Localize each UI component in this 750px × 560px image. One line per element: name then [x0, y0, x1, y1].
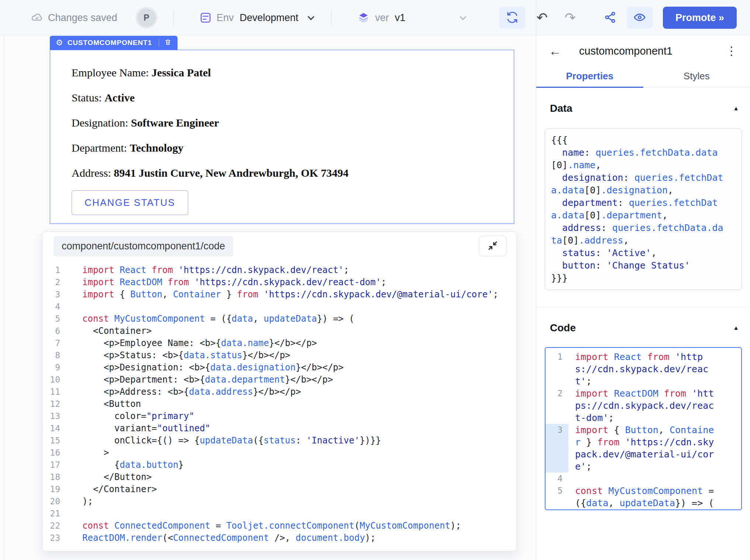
inspector-tabs: Properties Styles — [536, 65, 750, 88]
eye-icon — [633, 11, 646, 25]
data-section-title: Data — [550, 103, 572, 114]
data-fx-editor[interactable]: {{{ name: queries.fetchData.data[0].name… — [545, 128, 742, 290]
custom-component[interactable]: Employee Name: Jessica PatelStatus: Acti… — [50, 50, 514, 224]
code-line[interactable]: 5const MyCustomComponent = ({data, updat… — [546, 485, 741, 509]
code-line[interactable]: 17 {data.button} — [42, 459, 516, 471]
env-label: Env — [217, 12, 234, 24]
chevron-down-icon[interactable] — [460, 13, 467, 20]
employee-fields: Employee Name: Jessica PatelStatus: Acti… — [72, 66, 514, 179]
code-line[interactable]: 19 </Container> — [42, 483, 516, 495]
inspector-code-editor[interactable]: 1import React from 'https://cdn.skypack.… — [545, 347, 742, 510]
version-layers-icon — [357, 11, 370, 24]
share-button[interactable] — [604, 11, 616, 25]
line-number: 8 — [42, 349, 64, 362]
code-line[interactable]: 4 — [42, 301, 516, 313]
line-number: 10 — [42, 374, 64, 386]
code-line[interactable]: 3import { Button, Container } from 'http… — [546, 424, 741, 473]
line-number: 21 — [42, 508, 64, 520]
code-line[interactable]: 1import React from 'https://cdn.skypack.… — [546, 351, 741, 387]
code-line[interactable]: 15 onClick={() => {updateData({status: '… — [42, 435, 516, 447]
gear-icon[interactable]: ⚙ — [56, 39, 63, 47]
line-number: 16 — [42, 447, 64, 459]
widget-tag[interactable]: ⚙ CUSTOMCOMPONENT1 — [50, 36, 178, 50]
environment-icon — [200, 12, 211, 24]
chevron-down-icon[interactable] — [308, 13, 314, 20]
changes-saved-label: Changes saved — [48, 12, 117, 24]
code-line[interactable]: 11 <p>Address: <b>{data.address}</b></p> — [42, 386, 516, 398]
code-line[interactable]: 12 <Button — [42, 398, 516, 410]
collapse-triangle-icon[interactable]: ▲ — [733, 105, 739, 112]
employee-field-row: Department: Technology — [72, 142, 514, 154]
tab-styles[interactable]: Styles — [643, 65, 750, 87]
employee-field-row: Employee Name: Jessica Patel — [72, 66, 514, 79]
trash-icon[interactable] — [164, 38, 172, 47]
code-line[interactable]: 4 — [546, 473, 741, 485]
section-divider — [536, 307, 750, 307]
code-section-header[interactable]: Code ▲ — [545, 322, 742, 334]
code-line[interactable]: 23ReactDOM.render(<ConnectedComponent />… — [42, 532, 516, 544]
line-number: 2 — [42, 276, 64, 288]
ver-value[interactable]: v1 — [395, 12, 406, 24]
code-line[interactable]: 9 <p>Designation: <b>{data.designation}<… — [42, 362, 516, 374]
tab-properties[interactable]: Properties — [536, 65, 643, 87]
collapse-icon — [487, 240, 498, 252]
change-status-button[interactable]: CHANGE STATUS — [72, 190, 188, 215]
undo-button[interactable]: ↶ — [537, 11, 548, 24]
redo-button[interactable]: ↷ — [565, 11, 576, 24]
line-number: 18 — [42, 471, 64, 483]
line-number: 17 — [42, 459, 64, 471]
inspector-content: Data ▲ {{{ name: queries.fetchData.data[… — [536, 103, 750, 510]
preview-button[interactable] — [627, 7, 653, 29]
code-section-title: Code — [550, 322, 576, 334]
code-line[interactable]: 18 </Button> — [42, 471, 516, 483]
divider — [173, 10, 174, 25]
code-line[interactable]: 22const ConnectedComponent = Tooljet.con… — [42, 520, 516, 532]
line-number: 5 — [42, 313, 64, 325]
line-number: 14 — [42, 422, 64, 435]
code-line[interactable]: 6 <Container> — [42, 325, 516, 337]
employee-field-row: Address: 8941 Justin Curve, New Andrewbu… — [72, 167, 514, 179]
divider — [331, 10, 331, 25]
line-number: 6 — [42, 325, 64, 337]
refresh-button[interactable] — [499, 7, 525, 29]
code-line[interactable]: 3import { Button, Container } from 'http… — [42, 288, 516, 301]
line-number: 11 — [42, 386, 64, 398]
collapse-triangle-icon[interactable]: ▲ — [733, 325, 739, 331]
main-code-editor[interactable]: 1import React from 'https://cdn.skypack.… — [42, 260, 516, 551]
env-value[interactable]: Development — [240, 12, 298, 24]
canvas-edge-line — [4, 35, 4, 560]
code-panel-title: component/customcomponent1/code — [54, 236, 233, 256]
line-number: 7 — [42, 337, 64, 349]
code-line[interactable]: 2import ReactDOM from 'https://cdn.skypa… — [546, 387, 741, 424]
collapse-editor-button[interactable] — [479, 236, 507, 256]
code-line[interactable]: 5const MyCustomComponent = ({data, updat… — [42, 313, 516, 325]
line-number: 19 — [42, 483, 64, 495]
code-line[interactable]: 10 <p>Department: <b>{data.department}</… — [42, 374, 516, 386]
data-section-header[interactable]: Data ▲ — [545, 103, 742, 114]
topbar: Changes saved P Env Development ver v1 ↶… — [0, 0, 750, 35]
data-fx-code: {{{ name: queries.fetchData.data[0].name… — [551, 134, 725, 284]
avatar[interactable]: P — [137, 8, 156, 27]
code-line[interactable]: 21 — [42, 508, 516, 520]
app-canvas[interactable]: ⚙ CUSTOMCOMPONENT1 Employee Name: Jessic… — [0, 35, 536, 560]
code-line[interactable]: 20); — [42, 495, 516, 508]
kebab-menu-icon[interactable]: ⋮ — [726, 45, 737, 57]
code-line[interactable]: 13 color="primary" — [42, 410, 516, 422]
promote-button[interactable]: Promote » — [663, 7, 737, 29]
code-line[interactable]: 1import React from 'https://cdn.skypack.… — [42, 264, 516, 276]
line-number: 3 — [546, 424, 568, 473]
line-number: 2 — [546, 387, 568, 424]
line-number: 9 — [42, 362, 64, 374]
code-line[interactable]: 8 <p>Status: <b>{data.status}</b></p> — [42, 349, 516, 362]
back-icon[interactable]: ← — [549, 45, 561, 57]
inspector-panel: ← customcomponent1 ⋮ Properties Styles D… — [536, 35, 750, 560]
code-line[interactable]: 2import ReactDOM from 'https://cdn.skypa… — [42, 276, 516, 288]
line-number: 15 — [42, 435, 64, 447]
line-number: 22 — [42, 520, 64, 532]
share-icon — [604, 11, 616, 25]
widget-tag-label: CUSTOMCOMPONENT1 — [68, 39, 152, 47]
code-line[interactable]: 7 <p>Employee Name: <b>{data.name}</b></… — [42, 337, 516, 349]
refresh-icon — [506, 11, 518, 24]
code-line[interactable]: 14 variant="outlined" — [42, 422, 516, 435]
code-line[interactable]: 16 > — [42, 447, 516, 459]
